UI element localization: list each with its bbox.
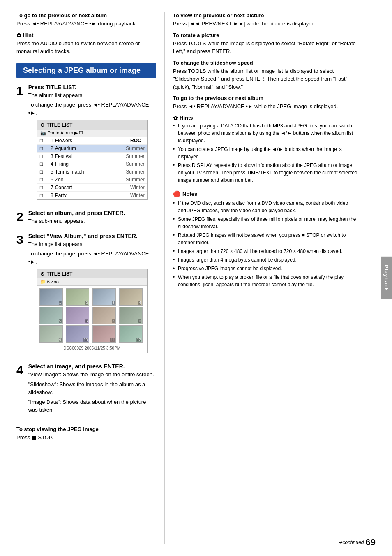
prev-next-picture-title: To view the previous or next picture bbox=[173, 12, 357, 19]
title-list-box: ⊙ TITLE LIST 📷 Photo Album ▶ ☐ ☐ 1 Flowe… bbox=[37, 120, 148, 200]
step-4: 4 Select an image, and press ENTER. "Vie… bbox=[16, 363, 156, 416]
hint-section: ✿ Hint Press the AUDIO button to switch … bbox=[16, 32, 156, 56]
row-num: 6 bbox=[45, 177, 53, 183]
step-2-num: 2 bbox=[16, 211, 23, 227]
row-num: 8 bbox=[45, 192, 53, 198]
photo-icon: 📷 bbox=[40, 130, 46, 136]
step-3: 3 Select "View Album," and press ENTER. … bbox=[16, 233, 156, 358]
sidebar-tab: Playback bbox=[381, 257, 392, 299]
blue-box: Selecting a JPEG album or image bbox=[16, 63, 156, 78]
row-name: Zoo bbox=[55, 177, 122, 183]
row-folder-icon: ☐ bbox=[39, 185, 45, 190]
step-1-line1: The album list appears. bbox=[28, 91, 156, 100]
step-3-line1: The image list appears. bbox=[28, 240, 156, 248]
title-list-row: ☐ 7 Consert Winter bbox=[37, 184, 147, 192]
row-name: Party bbox=[55, 192, 122, 198]
image-num: 3 bbox=[112, 301, 115, 305]
row-extra: Summer bbox=[122, 161, 145, 167]
notes-section: 🔴 Notes If the DVD disc, such as a disc … bbox=[173, 190, 357, 288]
image-cell: 3 bbox=[92, 288, 116, 306]
note-item: When you attempt to play a broken file o… bbox=[173, 273, 357, 288]
title-list-row: ☐ 1 Flowers ROOT bbox=[37, 137, 147, 145]
image-grid-header: ⊙ TITLE LIST bbox=[37, 269, 147, 278]
row-num: 7 bbox=[45, 185, 53, 190]
right-column: To view the previous or next picture Pre… bbox=[164, 12, 366, 544]
step-1-content: Press TITLE LIST. The album list appears… bbox=[28, 84, 156, 204]
stop-section: To stop viewing the JPEG image Press STO… bbox=[16, 426, 156, 442]
step-4-line-2: "Image Data": Shows data about when the … bbox=[28, 398, 156, 414]
hints-title: ✿ Hints bbox=[173, 115, 357, 121]
image-cell: 1 bbox=[39, 288, 63, 306]
row-extra: Summer bbox=[122, 169, 145, 175]
step-4-num: 4 bbox=[16, 364, 23, 416]
image-cell: 10 bbox=[66, 325, 89, 343]
folder-icon: 📁 bbox=[40, 279, 46, 284]
note-item: If the DVD disc, such as a disc from a D… bbox=[173, 199, 357, 214]
row-num: 4 bbox=[45, 161, 53, 167]
title-list-row: ☐ 3 Festival Summer bbox=[37, 153, 147, 160]
step-4-heading: Select an image, and press ENTER. bbox=[28, 363, 156, 370]
image-grid-box: ⊙ TITLE LIST 📁 6 Zoo 123456789101112 DSC… bbox=[37, 269, 148, 353]
section-prev-next-album-body: Press ◄• REPLAY/ADVANCE •► during playba… bbox=[16, 20, 156, 28]
row-name: Aquarium bbox=[55, 146, 122, 151]
row-name: Hiking bbox=[55, 161, 122, 167]
row-extra: Summer bbox=[122, 146, 145, 151]
image-grid: 123456789101112 bbox=[37, 286, 147, 345]
title-list-header: ⊙ TITLE LIST bbox=[37, 120, 147, 130]
image-num: 1 bbox=[59, 301, 62, 305]
title-list-row: ☐ 2 Aquarium Summer bbox=[37, 145, 147, 153]
image-num: 7 bbox=[112, 319, 115, 323]
page: To go to the previous or next album Pres… bbox=[0, 0, 392, 556]
row-folder-icon: ☐ bbox=[39, 139, 45, 143]
step-1: 1 Press TITLE LIST. The album list appea… bbox=[16, 84, 156, 204]
row-num: 2 bbox=[45, 146, 53, 151]
disc-icon: ⊙ bbox=[40, 122, 44, 128]
row-num: 1 bbox=[45, 138, 53, 144]
stop-section-body: Press STOP. bbox=[16, 433, 156, 442]
continued-label: ➔continued bbox=[338, 540, 364, 545]
hint-body: Press the AUDIO button to switch between… bbox=[16, 39, 156, 56]
image-cell: 8 bbox=[119, 307, 143, 324]
hints-section: ✿ Hints If you are playing a DATA CD tha… bbox=[173, 115, 357, 184]
hint-item: If you are playing a DATA CD that has bo… bbox=[173, 122, 357, 144]
image-num: 2 bbox=[85, 301, 88, 305]
hints-icon: ✿ bbox=[173, 115, 178, 121]
image-num: 10 bbox=[83, 338, 88, 342]
row-folder-icon: ☐ bbox=[39, 154, 45, 159]
step-3-heading: Select "View Album," and press ENTER. bbox=[28, 233, 156, 239]
hint-item: You can rotate a JPEG image by using the… bbox=[173, 146, 357, 160]
rotate-body: Press TOOLS while the image is displayed… bbox=[173, 39, 357, 56]
row-extra: Winter bbox=[122, 192, 145, 198]
row-name: Festival bbox=[55, 153, 122, 159]
image-grid-subheader: 📁 6 Zoo bbox=[37, 278, 147, 286]
note-item: Progressive JPEG images cannot be displa… bbox=[173, 265, 357, 272]
image-num: 6 bbox=[85, 319, 88, 323]
title-list-row: ☐ 5 Tennis match Summer bbox=[37, 168, 147, 176]
slideshow-title: To change the slideshow speed bbox=[173, 60, 357, 66]
step-4-line-0: "View Image": Shows the image on the ent… bbox=[28, 371, 156, 379]
image-cell: 5 bbox=[39, 307, 63, 324]
notes-list: If the DVD disc, such as a disc from a D… bbox=[173, 199, 357, 288]
row-name: Tennis match bbox=[55, 169, 122, 175]
row-num: 5 bbox=[45, 169, 53, 175]
hint-title: ✿ Hint bbox=[16, 32, 156, 39]
step-4-lines: "View Image": Shows the image on the ent… bbox=[28, 371, 156, 414]
image-cell: 11 bbox=[92, 325, 116, 343]
row-extra: Winter bbox=[122, 185, 145, 190]
row-extra: ROOT bbox=[122, 138, 145, 144]
title-list-rows: ☐ 1 Flowers ROOT ☐ 2 Aquarium Summer ☐ 3… bbox=[37, 137, 147, 199]
title-list-row: ☐ 4 Hiking Summer bbox=[37, 160, 147, 168]
step-4-content: Select an image, and press ENTER. "View … bbox=[28, 363, 156, 416]
image-caption: DSC00029 2005/11/25 3:50PM bbox=[37, 345, 147, 351]
step-3-line2: To change the page, press ◄• REPLAY/ADVA… bbox=[28, 250, 156, 266]
image-cell: 4 bbox=[119, 288, 143, 306]
page-number: 69 bbox=[366, 537, 376, 548]
note-item: Some JPEG files, especially files of thr… bbox=[173, 215, 357, 230]
hint-icon: ✿ bbox=[16, 32, 21, 39]
row-folder-icon: ☐ bbox=[39, 162, 45, 167]
step-3-num: 3 bbox=[16, 234, 23, 358]
image-num: 9 bbox=[59, 338, 62, 342]
note-item: Images larger than 4 mega bytes cannot b… bbox=[173, 256, 357, 264]
notes-title: 🔴 Notes bbox=[173, 190, 357, 198]
image-cell: 2 bbox=[66, 288, 89, 306]
